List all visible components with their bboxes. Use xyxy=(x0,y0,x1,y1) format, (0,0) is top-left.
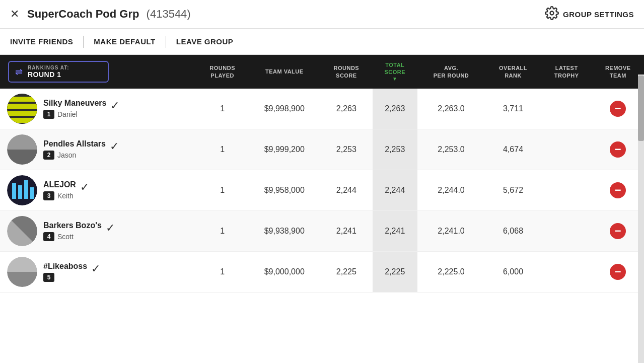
table-row: ALEJOR 3 Keith ✓ 1 $9,958,000 2,244 2,24… xyxy=(0,170,644,211)
rounds-score-cell: 2,263 xyxy=(320,89,372,129)
total-score-cell: 2,225 xyxy=(373,252,417,293)
team-value-cell: $9,998,900 xyxy=(248,89,320,129)
total-score-cell: 2,253 xyxy=(373,129,417,170)
nav-bar: INVITE FRIENDS MAKE DEFAULT LEAVE GROUP xyxy=(0,29,644,55)
team-name: Silky Maneuvers xyxy=(43,99,106,108)
col-rounds-score: ROUNDS SCORE xyxy=(320,55,372,89)
leave-group-nav[interactable]: LEAVE GROUP xyxy=(166,29,244,54)
avatar xyxy=(7,94,37,124)
svg-point-0 xyxy=(550,12,554,15)
remove-icon: − xyxy=(610,264,626,280)
avg-per-round-cell: 2,263.0 xyxy=(417,89,485,129)
svg-rect-26 xyxy=(7,257,37,272)
rounds-score-cell: 2,244 xyxy=(320,170,372,211)
owner-name: Daniel xyxy=(57,110,78,118)
team-value-cell: $9,000,000 xyxy=(248,252,320,293)
sort-arrow-icon: ▼ xyxy=(377,76,413,82)
rounds-played-cell: 1 xyxy=(196,170,248,211)
remove-team-cell: − xyxy=(592,211,644,252)
remove-team-button[interactable]: − xyxy=(595,223,641,239)
owner-name: Keith xyxy=(57,192,74,200)
total-score-cell: 2,263 xyxy=(373,89,417,129)
remove-icon: − xyxy=(610,141,626,158)
remove-team-button[interactable]: − xyxy=(595,264,641,280)
rounds-played-cell: 1 xyxy=(196,252,248,293)
leaderboard-table-container: ⇌ RANKINGS AT: ROUND 1 ROUNDS PLAYED TEA… xyxy=(0,55,644,293)
header: ✕ SuperCoach Pod Grp (413544) GROUP SETT… xyxy=(0,0,644,29)
overall-rank-cell: 3,711 xyxy=(485,89,541,129)
remove-team-cell: − xyxy=(592,252,644,293)
group-id: (413544) xyxy=(147,8,191,20)
header-title: SuperCoach Pod Grp (413544) xyxy=(27,8,545,21)
col-remove-team: REMOVE TEAM xyxy=(592,55,644,89)
owner-name: Scott xyxy=(57,233,74,241)
checkmark-icon: ✓ xyxy=(80,181,89,196)
svg-rect-9 xyxy=(7,97,37,102)
team-value-cell: $9,999,200 xyxy=(248,129,320,170)
rankings-selector[interactable]: ⇌ RANKINGS AT: ROUND 1 xyxy=(8,61,109,83)
svg-rect-11 xyxy=(7,111,37,116)
team-cell: Silky Maneuvers 1 Daniel ✓ xyxy=(0,89,196,129)
latest-trophy-cell xyxy=(541,252,592,293)
overall-rank-cell: 4,674 xyxy=(485,129,541,170)
checkmark-icon: ✓ xyxy=(106,222,115,237)
group-settings-button[interactable]: GROUP SETTINGS xyxy=(545,6,634,22)
remove-team-cell: − xyxy=(592,129,644,170)
group-settings-label: GROUP SETTINGS xyxy=(563,10,634,19)
rank-badge: 4 xyxy=(43,232,54,241)
team-name: #Likeaboss xyxy=(43,262,87,271)
remove-icon: − xyxy=(610,223,626,239)
rounds-score-cell: 2,253 xyxy=(320,129,372,170)
remove-team-button[interactable]: − xyxy=(595,141,641,158)
col-latest-trophy: LATEST TROPHY xyxy=(541,55,592,89)
table-body: Silky Maneuvers 1 Daniel ✓ 1 $9,998,900 … xyxy=(0,89,644,293)
overall-rank-cell: 6,000 xyxy=(485,252,541,293)
remove-team-button[interactable]: − xyxy=(595,101,641,117)
team-name: Pendles Allstars xyxy=(43,139,106,149)
table-row: Barkers Bozo's 4 Scott ✓ 1 $9,938,900 2,… xyxy=(0,211,644,252)
remove-team-cell: − xyxy=(592,89,644,129)
invite-friends-nav[interactable]: INVITE FRIENDS xyxy=(10,29,83,54)
rounds-score-cell: 2,225 xyxy=(320,252,372,293)
latest-trophy-cell xyxy=(541,129,592,170)
rank-badge: 2 xyxy=(43,151,54,160)
team-value-cell: $9,938,900 xyxy=(248,211,320,252)
overall-rank-cell: 6,068 xyxy=(485,211,541,252)
group-name: SuperCoach Pod Grp xyxy=(27,8,139,20)
owner-name: Jason xyxy=(57,151,76,159)
col-total-score[interactable]: TOTAL SCORE ▼ xyxy=(373,55,417,89)
avatar xyxy=(7,216,37,246)
latest-trophy-cell xyxy=(541,89,592,129)
rankings-selector-cell: ⇌ RANKINGS AT: ROUND 1 xyxy=(0,55,196,89)
col-overall-rank: OVERALL RANK xyxy=(485,55,541,89)
rank-badge: 3 xyxy=(43,191,54,200)
close-button[interactable]: ✕ xyxy=(10,9,19,20)
team-name: ALEJOR xyxy=(43,180,76,189)
rounds-played-cell: 1 xyxy=(196,211,248,252)
scrollbar-track[interactable] xyxy=(638,75,644,363)
table-row: Pendles Allstars 2 Jason ✓ 1 $9,999,200 … xyxy=(0,129,644,170)
checkmark-icon: ✓ xyxy=(110,140,119,155)
remove-team-cell: − xyxy=(592,170,644,211)
team-value-cell: $9,958,000 xyxy=(248,170,320,211)
avg-per-round-cell: 2,225.0 xyxy=(417,252,485,293)
leaderboard-table: ⇌ RANKINGS AT: ROUND 1 ROUNDS PLAYED TEA… xyxy=(0,55,644,293)
make-default-nav[interactable]: MAKE DEFAULT xyxy=(84,29,165,54)
avatar xyxy=(7,175,37,205)
team-cell: Barkers Bozo's 4 Scott ✓ xyxy=(0,211,196,252)
team-cell: Pendles Allstars 2 Jason ✓ xyxy=(0,129,196,170)
filter-icon: ⇌ xyxy=(15,66,23,78)
svg-rect-27 xyxy=(7,272,37,287)
scrollbar-thumb[interactable] xyxy=(638,76,644,141)
table-row: Silky Maneuvers 1 Daniel ✓ 1 $9,998,900 … xyxy=(0,89,644,129)
col-rounds-played: ROUNDS PLAYED xyxy=(196,55,248,89)
remove-icon: − xyxy=(610,182,626,198)
svg-rect-20 xyxy=(24,180,28,199)
col-team-value: TEAM VALUE xyxy=(248,55,320,89)
rank-badge: 1 xyxy=(43,110,54,119)
checkmark-icon: ✓ xyxy=(110,99,119,114)
svg-rect-12 xyxy=(7,118,37,123)
svg-rect-14 xyxy=(7,134,37,150)
remove-team-button[interactable]: − xyxy=(595,182,641,198)
team-cell: #Likeaboss 5 ✓ xyxy=(0,252,196,293)
